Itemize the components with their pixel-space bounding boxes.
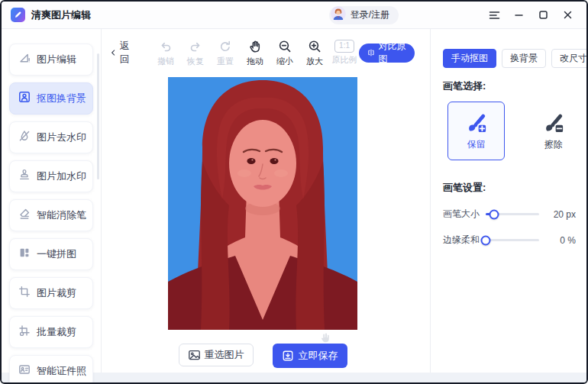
brush-keep-icon	[465, 111, 488, 134]
masked-portrait-image	[168, 77, 357, 330]
edge-soften-label: 边缘柔和	[443, 234, 486, 247]
sidebar-item-label: 图片加水印	[37, 169, 86, 183]
brush-erase-label: 擦除	[544, 138, 563, 151]
sidebar-item-batch-crop[interactable]: 批量裁剪	[9, 316, 93, 348]
reselect-image-button[interactable]: 重选图片	[179, 344, 254, 366]
sidebar-item-add-watermark[interactable]: 图片加水印	[9, 160, 93, 192]
zoom-in-icon	[307, 39, 322, 54]
edge-soften-slider[interactable]	[486, 239, 539, 241]
compare-original-button[interactable]: 对比原图	[359, 44, 415, 63]
drag-button[interactable]: 拖动	[241, 39, 270, 67]
droplet-slash-icon	[18, 130, 31, 145]
sidebar-scrollbar[interactable]	[97, 53, 99, 179]
sidebar-item-label: 批量裁剪	[37, 325, 76, 339]
tool-label: 撤销	[152, 56, 180, 67]
save-label: 立即保存	[299, 349, 338, 363]
compare-label: 对比原图	[378, 40, 406, 66]
sidebar-item-image-edit[interactable]: 图片编辑	[9, 44, 93, 76]
sidebar-item-cutout-background[interactable]: 抠图换背景	[9, 82, 93, 115]
hand-cursor-ghost	[318, 331, 331, 347]
tool-label: 拖动	[241, 56, 270, 67]
tab-resize[interactable]: 改尺寸	[551, 49, 588, 68]
brush-keep-option[interactable]: 保留	[447, 102, 505, 160]
reselect-label: 重选图片	[205, 348, 244, 362]
brush-size-label: 画笔大小	[443, 208, 486, 221]
tool-label: 恢复	[182, 56, 210, 67]
maximize-icon[interactable]	[533, 5, 553, 25]
id-photo-icon	[18, 363, 31, 379]
reset-button[interactable]: 重置	[212, 39, 240, 67]
zoom-out-button[interactable]: 缩小	[271, 39, 299, 67]
brush-erase-option[interactable]: 擦除	[531, 111, 576, 151]
app-window: 清爽图片编辑 登录/注册	[0, 0, 588, 384]
title-bar: 清爽图片编辑 登录/注册	[2, 2, 586, 29]
sidebar-item-label: 图片裁剪	[37, 286, 76, 300]
login-label: 登录/注册	[351, 8, 389, 21]
eraser-icon	[18, 208, 31, 223]
canvas-buttons: 重选图片 立即保存	[168, 344, 357, 368]
zoom-out-icon	[277, 39, 292, 54]
panel-tabs: 手动抠图 换背景 改尺寸	[443, 49, 576, 68]
avatar	[331, 6, 346, 24]
app-logo-icon	[11, 8, 25, 22]
redo-button[interactable]: 恢复	[182, 39, 210, 67]
batch-crop-icon	[18, 324, 31, 340]
brush-size-value: 20 px	[547, 209, 576, 220]
sidebar-item-label: 图片编辑	[37, 53, 76, 66]
redo-icon	[188, 39, 203, 54]
close-icon[interactable]	[557, 5, 577, 25]
save-now-button[interactable]: 立即保存	[273, 344, 347, 368]
collage-icon	[18, 247, 31, 262]
sidebar-item-collage[interactable]: 一键拼图	[9, 238, 93, 270]
undo-button[interactable]: 撤销	[152, 39, 180, 67]
sidebar-item-remove-watermark[interactable]: 图片去水印	[9, 121, 93, 153]
photo-canvas[interactable]	[168, 77, 357, 330]
tab-manual-cutout[interactable]: 手动抠图	[443, 49, 496, 68]
tool-label: 重置	[212, 56, 240, 67]
brush-settings-label: 画笔设置:	[443, 181, 576, 195]
content-area: 返回 撤销 恢复 重置	[101, 29, 586, 373]
stamp-icon	[18, 169, 31, 184]
sidebar: 图片编辑 抠图换背景 图片去水印 图片加水印 智能消除笔	[2, 29, 101, 382]
ratio-1-1-icon: 1:1	[334, 40, 354, 53]
tool-label: 放大	[301, 56, 329, 67]
undo-icon	[158, 39, 173, 54]
app-title: 清爽图片编辑	[31, 8, 91, 22]
crop-icon	[18, 286, 31, 301]
brush-size-row: 画笔大小 20 px	[443, 208, 576, 221]
reset-icon	[218, 39, 233, 54]
back-button[interactable]: 返回	[109, 39, 135, 66]
tab-change-background[interactable]: 换背景	[502, 49, 546, 68]
sidebar-item-id-photo[interactable]: 智能证件照	[9, 355, 93, 382]
editor-toolbar: 返回 撤销 恢复 重置	[102, 29, 430, 72]
hand-drag-icon	[247, 39, 263, 54]
sidebar-item-crop[interactable]: 图片裁剪	[9, 277, 93, 309]
tool-label: 原比例	[331, 54, 359, 66]
brush-size-slider[interactable]	[486, 213, 539, 215]
window-controls	[484, 5, 577, 25]
triangle-ruler-icon	[18, 52, 31, 67]
minimize-icon[interactable]	[509, 5, 528, 25]
compare-icon	[367, 47, 375, 58]
brush-select-label: 画笔选择:	[443, 79, 576, 93]
save-download-icon	[282, 350, 294, 362]
image-icon	[188, 349, 201, 361]
sidebar-item-label: 智能证件照	[37, 364, 86, 378]
chevron-left-icon	[109, 47, 118, 58]
login-button[interactable]: 登录/注册	[329, 6, 399, 24]
portrait-cutout-icon	[18, 91, 31, 106]
sidebar-item-label: 一键拼图	[37, 247, 76, 261]
sidebar-item-smart-eraser[interactable]: 智能消除笔	[9, 199, 93, 231]
menu-icon[interactable]	[484, 5, 504, 25]
brush-keep-label: 保留	[467, 138, 486, 151]
back-label: 返回	[120, 39, 135, 66]
original-ratio-button[interactable]: 1:1 原比例	[331, 39, 359, 66]
edge-soften-slider-knob[interactable]	[481, 235, 491, 245]
editor-main: 返回 撤销 恢复 重置	[101, 29, 430, 373]
sidebar-item-label: 智能消除笔	[37, 208, 86, 222]
edge-soften-row: 边缘柔和 0 %	[443, 234, 576, 247]
zoom-in-button[interactable]: 放大	[301, 39, 329, 67]
brush-size-slider-knob[interactable]	[489, 209, 499, 219]
brush-options: 保留 擦除	[447, 102, 576, 160]
edge-soften-value: 0 %	[547, 235, 576, 246]
